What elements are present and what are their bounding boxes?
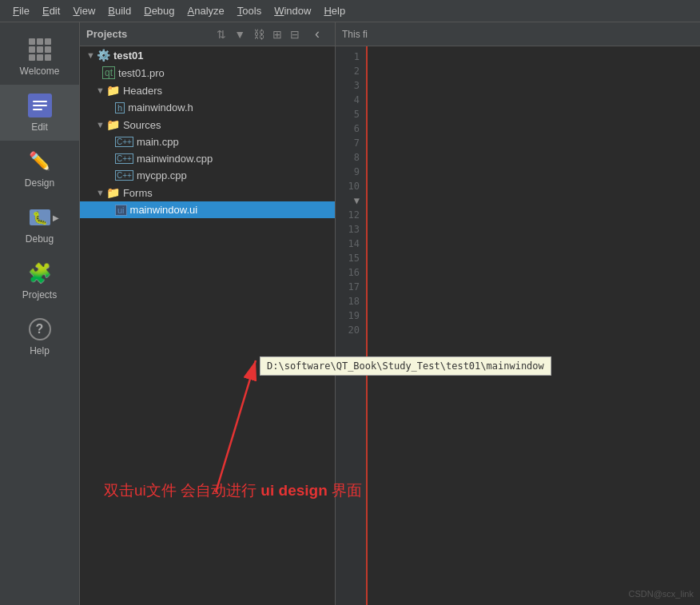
file-cpp-icon-3: C++ xyxy=(115,170,133,181)
tree-label-forms: Forms xyxy=(123,187,153,199)
link-icon[interactable]: ⛓ xyxy=(252,26,266,42)
tree-item-main-cpp[interactable]: C++ main.cpp xyxy=(80,133,335,150)
folder-forms-icon: 📁 xyxy=(106,186,120,199)
menu-window[interactable]: Window xyxy=(268,3,317,18)
tree-label-mycpp-cpp: mycpp.cpp xyxy=(137,169,187,181)
tree-label-headers: Headers xyxy=(123,85,162,97)
line-num-1: 1 xyxy=(340,50,363,64)
sidebar-item-help[interactable]: ? Help xyxy=(0,308,79,364)
close-panel-icon[interactable]: ⊟ xyxy=(288,26,301,42)
line-num-12: 12 xyxy=(340,208,363,222)
line-numbers: 1 2 3 4 5 6 7 8 9 10 ▼ 12 13 14 15 16 17… xyxy=(336,46,368,605)
line-num-6: 6 xyxy=(340,121,363,136)
sidebar-label-help: Help xyxy=(30,345,50,356)
menu-edit[interactable]: Edit xyxy=(36,3,66,18)
line-num-11: ▼ xyxy=(340,193,363,208)
line-num-2: 2 xyxy=(340,64,363,78)
menu-tools[interactable]: Tools xyxy=(231,3,268,18)
debug-icon: 🐛 ▶ xyxy=(27,205,53,230)
tree-label-mainwindow-h: mainwindow.h xyxy=(128,101,193,113)
file-path-tooltip: D:\software\QT_Book\Study_Test\test01\ma… xyxy=(260,356,551,376)
file-cpp-icon-2: C++ xyxy=(115,153,133,164)
folder-sources-icon: 📁 xyxy=(106,118,120,131)
line-num-5: 5 xyxy=(340,107,363,121)
folder-gear-icon: ⚙️ xyxy=(97,49,110,62)
sidebar-label-edit: Edit xyxy=(31,121,48,133)
file-ui-icon: ui xyxy=(115,205,127,216)
help-icon: ? xyxy=(27,316,53,342)
code-panel: This fi 1 2 3 4 5 6 7 8 9 10 ▼ 12 13 14 … xyxy=(336,22,700,605)
tree-arrow-sources: ▼ xyxy=(96,120,105,129)
panel-header: Projects ⇅ ▼ ⛓ ⊞ ⊟ ‹ xyxy=(80,22,335,46)
code-header: This fi xyxy=(336,22,700,46)
sidebar-item-edit[interactable]: Edit xyxy=(0,85,79,141)
line-num-9: 9 xyxy=(340,165,363,179)
line-num-20: 20 xyxy=(340,323,363,337)
line-num-8: 8 xyxy=(340,150,363,165)
menu-debug[interactable]: Debug xyxy=(137,3,181,18)
line-num-17: 17 xyxy=(340,280,363,294)
sidebar-label-design: Design xyxy=(25,177,54,189)
grid-icon xyxy=(27,37,53,62)
project-panel: Projects ⇅ ▼ ⛓ ⊞ ⊟ ‹ ▼ ⚙️ test01 xyxy=(80,22,336,605)
tree-label-main-cpp: main.cpp xyxy=(137,136,179,148)
sidebar-label-debug: Debug xyxy=(26,233,54,245)
expand-icon[interactable]: ⊞ xyxy=(271,26,284,42)
sidebar-label-projects: Projects xyxy=(22,289,57,301)
tree-label-sources: Sources xyxy=(123,119,161,131)
tree-arrow-forms: ▼ xyxy=(96,188,105,197)
code-content[interactable] xyxy=(368,46,700,605)
menu-help[interactable]: Help xyxy=(317,3,352,18)
panel-tools: ⇅ ▼ ⛓ ⊞ ⊟ ‹ xyxy=(215,23,328,46)
tree-item-mainwindow-cpp[interactable]: C++ mainwindow.cpp xyxy=(80,150,335,167)
tree-item-headers[interactable]: ▼ 📁 Headers xyxy=(80,82,335,99)
edit-icon xyxy=(27,93,53,118)
line-num-13: 13 xyxy=(340,222,363,237)
code-body: 1 2 3 4 5 6 7 8 9 10 ▼ 12 13 14 15 16 17… xyxy=(336,46,700,605)
design-icon: ✏️ xyxy=(27,149,53,174)
line-num-4: 4 xyxy=(340,93,363,107)
code-header-text: This fi xyxy=(342,29,368,40)
tree-item-mainwindow-h[interactable]: h mainwindow.h xyxy=(80,99,335,116)
panel-title: Projects xyxy=(86,28,127,40)
line-num-7: 7 xyxy=(340,136,363,150)
tree-arrow: ▼ xyxy=(86,50,95,60)
tree-arrow-headers: ▼ xyxy=(96,86,105,95)
tree-label-test01: test01 xyxy=(113,50,144,62)
sidebar-item-welcome[interactable]: Welcome xyxy=(0,29,79,85)
tree-item-test01pro[interactable]: qt test01.pro xyxy=(80,64,335,82)
folder-headers-icon: 📁 xyxy=(106,84,120,97)
menubar: File Edit View Build Debug Analyze Tools… xyxy=(0,0,700,22)
main-layout: Welcome Edit ✏️ Design xyxy=(0,22,700,605)
tree-item-test01[interactable]: ▼ ⚙️ test01 xyxy=(80,46,335,64)
tree-item-sources[interactable]: ▼ 📁 Sources xyxy=(80,116,335,133)
tree-label-mainwindow-ui: mainwindow.ui xyxy=(130,204,198,216)
projects-icon: 🧩 xyxy=(27,261,53,286)
left-sidebar: Welcome Edit ✏️ Design xyxy=(0,22,80,605)
line-num-18: 18 xyxy=(340,294,363,308)
tree-label-mainwindow-cpp: mainwindow.cpp xyxy=(137,153,213,165)
file-tree: ▼ ⚙️ test01 qt test01.pro ▼ 📁 Headers h … xyxy=(80,46,335,605)
sidebar-item-debug[interactable]: 🐛 ▶ Debug xyxy=(0,197,79,253)
line-num-15: 15 xyxy=(340,251,363,265)
line-num-16: 16 xyxy=(340,265,363,280)
sidebar-label-welcome: Welcome xyxy=(20,66,60,77)
sidebar-item-design[interactable]: ✏️ Design xyxy=(0,141,79,197)
tree-label-test01pro: test01.pro xyxy=(118,67,165,79)
line-num-19: 19 xyxy=(340,308,363,323)
sidebar-item-projects[interactable]: 🧩 Projects xyxy=(0,253,79,308)
line-num-14: 14 xyxy=(340,237,363,251)
line-num-10: 10 xyxy=(340,179,363,193)
sort-icon[interactable]: ⇅ xyxy=(215,26,228,42)
menu-analyze[interactable]: Analyze xyxy=(181,3,231,18)
menu-view[interactable]: View xyxy=(66,3,101,18)
menu-build[interactable]: Build xyxy=(101,3,137,18)
menu-file[interactable]: File xyxy=(6,3,36,18)
tree-item-forms[interactable]: ▼ 📁 Forms xyxy=(80,184,335,201)
file-cpp-icon-1: C++ xyxy=(115,137,133,147)
tree-item-mycpp-cpp[interactable]: C++ mycpp.cpp xyxy=(80,167,335,184)
file-h-icon: h xyxy=(115,102,125,113)
back-arrow-button[interactable]: ‹ xyxy=(306,23,328,46)
filter-icon[interactable]: ▼ xyxy=(233,26,247,42)
tree-item-mainwindow-ui[interactable]: ui mainwindow.ui xyxy=(80,201,335,218)
